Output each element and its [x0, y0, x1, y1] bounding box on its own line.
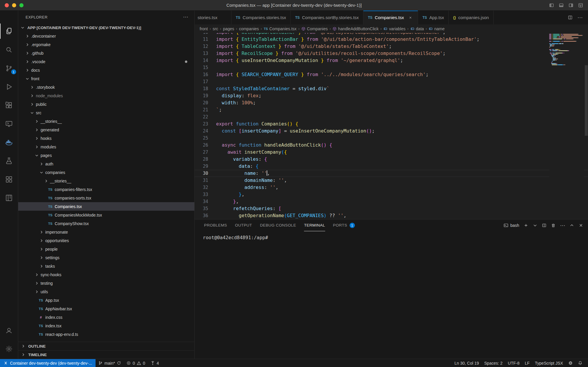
code-line-19[interactable]: 19 display: flex; — [195, 92, 588, 99]
close-panel-icon[interactable] — [579, 223, 583, 228]
explorer-more-actions-icon[interactable]: ⋯ — [183, 14, 189, 20]
breadcrumb-variables[interactable]: variables — [383, 26, 405, 31]
editor-more-actions-icon[interactable]: ⋯ — [577, 14, 583, 21]
code-line-17[interactable]: 17 — [195, 78, 588, 85]
code-line-36[interactable]: 36 getOperationName(GET_COMPANIES) ?? ''… — [195, 212, 588, 219]
tree-folder-.storybook[interactable]: .storybook — [18, 83, 194, 91]
tree-folder-impersonate[interactable]: impersonate — [18, 228, 194, 236]
tree-file-companies-sorts.tsx[interactable]: TScompanies-sorts.tsx — [18, 194, 194, 202]
docker-button[interactable] — [0, 135, 18, 150]
tree-folder-front[interactable]: front — [18, 74, 194, 83]
panel-tab-terminal[interactable]: TERMINAL — [304, 219, 325, 231]
tree-folder-hooks[interactable]: hooks — [18, 134, 194, 143]
tree-folder-docs[interactable]: docs — [18, 66, 194, 74]
panel-tab-debug-console[interactable]: DEBUG CONSOLE — [260, 219, 296, 231]
tree-folder-modules[interactable]: modules — [18, 143, 194, 151]
tree-folder-utils[interactable]: utils — [18, 287, 194, 296]
panel-more-actions-icon[interactable]: ⋯ — [560, 222, 565, 229]
status-ln-30-col-19[interactable]: Ln 30, Col 19 — [452, 359, 482, 367]
code-line-22[interactable]: 22 — [195, 113, 588, 120]
breadcrumb-front[interactable]: front — [200, 26, 208, 31]
tree-folder-__stories__[interactable]: __stories__ — [18, 177, 194, 185]
tree-folder-generated[interactable]: generated — [18, 125, 194, 134]
new-terminal-icon[interactable] — [524, 223, 528, 228]
terminal-shell-picker[interactable]: bash — [504, 223, 519, 228]
tree-folder-tasks[interactable]: tasks — [18, 262, 194, 270]
code-line-14[interactable]: 14import { useInsertOneCompanyMutation }… — [195, 57, 588, 64]
code-line-26[interactable]: 26 async function handleAddButtonClick()… — [195, 142, 588, 149]
tree-folder-companies[interactable]: companies — [18, 168, 194, 177]
minimap[interactable] — [549, 33, 584, 219]
breadcrumb-src[interactable]: src — [213, 26, 218, 31]
toggle-secondary-sidebar-icon[interactable] — [568, 3, 574, 8]
close-window-button[interactable] — [5, 3, 9, 7]
extension-grid-button[interactable] — [0, 172, 18, 187]
code-line-34[interactable]: 34 }, — [195, 198, 588, 205]
tree-folder-.devcontainer[interactable]: .devcontainer — [18, 32, 194, 40]
explorer-button[interactable] — [0, 24, 18, 39]
code-line-15[interactable]: 15 — [195, 64, 588, 71]
source-control-button[interactable]: 1 — [0, 61, 18, 76]
tree-folder-pages[interactable]: pages — [18, 151, 194, 160]
code-line-24[interactable]: 24 const [insertCompany] = useInsertOneC… — [195, 128, 588, 135]
tree-file-Companies.tsx[interactable]: TSCompanies.tsx — [18, 202, 194, 211]
code-line-23[interactable]: 23export function Companies() { — [195, 120, 588, 128]
remote-explorer-button[interactable] — [0, 116, 18, 131]
panel-tab-output[interactable]: OUTPUT — [235, 219, 252, 231]
tree-folder-.github[interactable]: .github — [18, 49, 194, 57]
minimize-window-button[interactable] — [12, 3, 16, 7]
code-line-10[interactable]: 10import { WithTopBarContainer } from '@… — [195, 33, 588, 36]
split-terminal-icon[interactable] — [542, 223, 547, 228]
editor-language-status[interactable] — [566, 359, 575, 367]
code-line-21[interactable]: 21`; — [195, 106, 588, 113]
panel-tab-problems[interactable]: PROBLEMS — [204, 219, 227, 231]
tree-file-react-app-env.d.ts[interactable]: TSreact-app-env.d.ts — [18, 330, 194, 338]
tree-file-companies-filters.tsx[interactable]: TScompanies-filters.tsx — [18, 185, 194, 194]
run-debug-button[interactable] — [0, 79, 18, 94]
code-line-27[interactable]: 27 await insertCompany({ — [195, 149, 588, 156]
status-lf[interactable]: LF — [522, 359, 532, 367]
code-line-18[interactable]: 18const StyledTableContainer = styled.di… — [195, 85, 588, 92]
tree-file-App.tsx[interactable]: TSApp.tsx — [18, 296, 194, 304]
tree-file-AppNavbar.tsx[interactable]: TSAppNavbar.tsx — [18, 304, 194, 313]
customize-layout-icon[interactable] — [578, 3, 583, 8]
tab-stories.tsx[interactable]: stories.tsx — [195, 11, 231, 24]
breadcrumb-pages[interactable]: pages — [223, 26, 234, 31]
status-typescript-jsx[interactable]: TypeScript JSX — [532, 359, 566, 367]
terminal-output[interactable]: root@0a42ecd84891:/app# — [195, 231, 588, 359]
accounts-button[interactable] — [0, 323, 18, 338]
code-line-32[interactable]: 32 address: '', — [195, 184, 588, 191]
timeline-section-header[interactable]: TIMELINE — [18, 350, 194, 359]
tab-Companies.sortBy.stories.tsx[interactable]: TSCompanies.sortBy.stories.tsx — [291, 11, 363, 24]
tree-folder-src[interactable]: src — [18, 108, 194, 117]
workspace-section-header[interactable]: APP [CONTAINER DEV-TWENTY-DEV (DEV-TWENT… — [18, 24, 194, 32]
status-spaces-2[interactable]: Spaces: 2 — [482, 359, 505, 367]
zoom-window-button[interactable] — [19, 3, 24, 7]
ports-status[interactable]: 4 — [148, 359, 162, 367]
tab-Companies.tsx[interactable]: TSCompanies.tsx — [363, 11, 418, 24]
tree-folder-public[interactable]: public — [18, 100, 194, 108]
launch-profile-chevron-icon[interactable] — [533, 223, 537, 228]
breadcrumb-data[interactable]: data — [410, 26, 424, 31]
code-line-28[interactable]: 28 variables: { — [195, 156, 588, 163]
tree-folder-.vscode[interactable]: .vscode — [18, 57, 194, 66]
code-line-33[interactable]: 33 }, — [195, 191, 588, 198]
tree-folder-__stories__[interactable]: __stories__ — [18, 117, 194, 125]
code-line-29[interactable]: 29 data: { — [195, 163, 588, 170]
code-line-35[interactable]: 35 refetchQueries: [ — [195, 205, 588, 212]
notifications-status[interactable] — [575, 359, 585, 367]
breadcrumb-handleAddButtonClick[interactable]: handleAddButtonClick — [333, 26, 379, 31]
kanban-button[interactable] — [0, 190, 18, 205]
tab-companies.json[interactable]: {}companies.json — [449, 11, 494, 24]
code-line-13[interactable]: 13import { RecoilScope } from '@/ui/util… — [195, 50, 588, 57]
settings-button[interactable] — [0, 341, 18, 356]
branch-status[interactable]: main* — [96, 359, 124, 367]
tree-folder-settings[interactable]: settings — [18, 253, 194, 262]
breadcrumb-Companies[interactable]: Companies — [301, 26, 328, 31]
breadcrumb-companies[interactable]: companies — [239, 26, 259, 31]
kill-terminal-icon[interactable] — [551, 223, 556, 228]
editor-scrollbar[interactable] — [585, 65, 588, 136]
code-line-25[interactable]: 25 — [195, 135, 588, 142]
tree-folder-node_modules[interactable]: node_modules — [18, 91, 194, 100]
code-line-30[interactable]: 30 name: '', — [195, 170, 588, 177]
